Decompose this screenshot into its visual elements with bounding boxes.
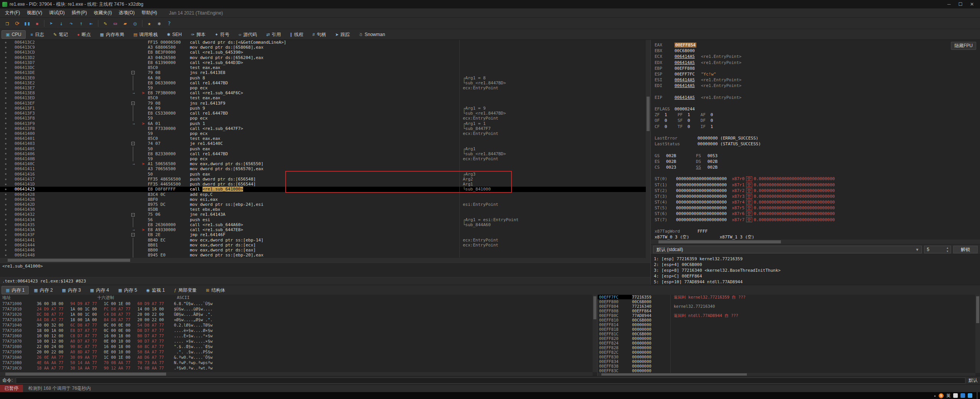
breakpoint-dot[interactable]: [0, 166, 11, 171]
flag-value[interactable]: 0: [665, 124, 678, 130]
menu-item[interactable]: 帮助(H): [138, 9, 161, 17]
search-icon[interactable]: ◎: [131, 19, 140, 28]
tray-icon[interactable]: [960, 393, 965, 398]
register-value[interactable]: 00000244: [675, 107, 695, 112]
register-value[interactable]: 006414A5: [675, 77, 695, 82]
dump-row[interactable]: 77A7100036 00 38 0094 D9 A7 771C 00 1E 0…: [0, 301, 597, 306]
disasm-row[interactable]: 0064140B59pop ecxecx:EntryPoint: [0, 156, 646, 161]
hide-fpu-button[interactable]: 隐藏FPU: [951, 42, 976, 50]
tab-跟踪[interactable]: ➤跟踪: [331, 30, 354, 39]
snagit-tray-icon[interactable]: S: [939, 393, 944, 398]
disasm-row[interactable]: 0064140550push eax┌Arg1: [0, 146, 646, 151]
breakpoint-dot[interactable]: [0, 172, 11, 177]
jump-collapse-box[interactable]: −: [131, 142, 135, 145]
breakpoint-dot[interactable]: [0, 202, 11, 207]
stack-row[interactable]: 00EFF82800000000: [598, 345, 980, 350]
minimize-button[interactable]: ─: [943, 2, 955, 7]
disasm-row[interactable]: 0064142D8975 DCmov dword ptr ss:[ebp-24]…: [0, 202, 646, 207]
breakpoint-dot[interactable]: [0, 161, 11, 166]
stack-row[interactable]: 00EFF80800EFF864: [598, 309, 980, 313]
disasm-row[interactable]: 006413D7E8 61390000call <re1.sub_644D3D>: [0, 60, 646, 65]
run-icon[interactable]: ➤: [47, 19, 56, 28]
jump-collapse-box[interactable]: −: [131, 233, 135, 236]
tab-笔记[interactable]: ✎笔记: [49, 30, 72, 39]
register-value[interactable]: 006414A5: [675, 95, 695, 100]
dump-row[interactable]: 77A71020DC D8 A7 771A 00 1C 00C4 D8 A7 7…: [0, 312, 597, 317]
register-value[interactable]: 00000000000000000000: [676, 176, 727, 181]
disasm-row[interactable]: 00641423E8 D8F8FFFFcall <re1.sub_641000>…: [0, 187, 646, 192]
stack-row[interactable]: 00EFF81400000000: [598, 322, 980, 327]
breakpoint-dot[interactable]: [0, 207, 11, 212]
tab-引用[interactable]: ⇄引用: [262, 30, 285, 39]
breakpoint-dot[interactable]: [0, 248, 11, 253]
breakpoint-dot[interactable]: [0, 141, 11, 146]
breakpoint-dot[interactable]: [0, 232, 11, 237]
tab-线程[interactable]: ∥线程: [286, 30, 308, 39]
disasm-row[interactable]: 006413DC85C0test eax,eax: [0, 65, 646, 70]
dump-row[interactable]: 77A7107010 00 12 00A0 D7 A7 770E 00 10 0…: [0, 338, 597, 344]
disasm-row[interactable]: 0064140C→>A1 50656500mov eax,dword ptr d…: [0, 161, 646, 166]
restart-icon[interactable]: ⟳: [13, 19, 22, 28]
disasm-row[interactable]: 006413DE−79 08jns re1.6413E8: [0, 70, 646, 75]
breakpoint-dot[interactable]: [0, 90, 11, 95]
breakpoint-dot[interactable]: [0, 70, 11, 75]
disasm-row[interactable]: 0064140059pop ecxecx:EntryPoint: [0, 131, 646, 136]
register-value[interactable]: 00000000000000000000: [676, 217, 727, 222]
jump-collapse-box[interactable]: −: [131, 71, 135, 74]
register-value[interactable]: 00EFF7FC: [675, 72, 695, 77]
register-value[interactable]: 00000000000000000000: [676, 200, 727, 205]
disasm-row[interactable]: 0064141DFF35 44656500push dword ptr ds:[…: [0, 182, 646, 187]
breakpoint-dot[interactable]: [0, 222, 11, 227]
stop-icon[interactable]: ▪: [33, 19, 42, 28]
register-value[interactable]: 006414A5: [675, 83, 695, 88]
breakpoint-dot[interactable]: [0, 106, 11, 111]
tray-expand-icon[interactable]: ▴: [934, 394, 936, 397]
stack-row[interactable]: 00EFF80000C6B000: [598, 299, 980, 304]
breakpoint-dot[interactable]: [0, 177, 11, 182]
breakpoint-dot[interactable]: [0, 50, 11, 55]
help-icon[interactable]: ?: [165, 19, 174, 28]
tray-icon[interactable]: [968, 393, 972, 398]
dump-row[interactable]: 77A7104030 00 32 006C D8 A7 770C 00 0E 0…: [0, 322, 597, 328]
pause-icon[interactable]: ▮▮: [23, 19, 32, 28]
disasm-row[interactable]: 0064143085DBtest ebx,ebx: [0, 207, 646, 212]
dump-row[interactable]: 77A710C018 AA A7 7730 1A AA 7790 12 AA 7…: [0, 365, 597, 371]
stack-row[interactable]: 00EFF7FC77216359返回到 kernel32.77216359 自 …: [598, 295, 980, 299]
segment-value[interactable]: 0023: [666, 164, 696, 170]
tab-内存 1[interactable]: ▦内存 1: [2, 286, 29, 294]
menu-item[interactable]: 插件(P): [68, 9, 90, 17]
flag-value[interactable]: 0: [710, 118, 724, 123]
breakpoint-dot[interactable]: [0, 192, 11, 197]
tab-Snowman[interactable]: ☃Snowman: [355, 30, 389, 39]
tray-icon[interactable]: [953, 393, 958, 398]
registers-horizontal-scrollbar[interactable]: [651, 240, 980, 244]
stack-row[interactable]: 00EFF83000000000: [598, 355, 980, 359]
input-language-indicator[interactable]: 英: [946, 393, 951, 399]
segment-value[interactable]: 0053: [707, 153, 737, 159]
maximize-button[interactable]: ☐: [955, 2, 966, 7]
stack-argument-row[interactable]: 5: [esp+10] 77AD8944 ntdll.77AD8944: [654, 279, 977, 285]
disasm-row[interactable]: 006413F16A 09push 9┌Arg1 = 9: [0, 106, 646, 111]
jump-collapse-box[interactable]: −: [131, 102, 135, 105]
breakpoint-dot[interactable]: [0, 60, 11, 65]
disasm-row[interactable]: 006413E2E8 D6330000call re1.6447BD└sub_<…: [0, 80, 646, 85]
flag-value[interactable]: 1: [688, 112, 701, 118]
settings-icon[interactable]: ✱: [155, 19, 164, 28]
dump-vertical-scrollbar[interactable]: [593, 295, 597, 372]
stack-row[interactable]: 00EFF82400000000: [598, 341, 980, 345]
breakpoint-dot[interactable]: [0, 121, 11, 126]
disasm-row[interactable]: 006414418B4D ECmov ecx,dword ptr ss:[ebp…: [0, 238, 646, 243]
disasm-row[interactable]: 0064140185C0test eax,eax: [0, 136, 646, 141]
open-file-icon[interactable]: ❒: [3, 19, 12, 28]
stack-argument-row[interactable]: 2: [esp+4] 00C6B000: [654, 262, 977, 268]
disasm-row[interactable]: 006413ED85C0test eax,eax: [0, 95, 646, 100]
breakpoint-dot[interactable]: [0, 212, 11, 217]
stack-argument-row[interactable]: 3: [esp+8] 77216340 <kernel32.BaseThread…: [654, 268, 977, 273]
disasm-row[interactable]: 0064143A→>E8 A9330000call <re1.sub_6447E…: [0, 227, 646, 232]
disasm-row[interactable]: 006413C9A3 68806500mov dword ptr ds:[658…: [0, 45, 646, 50]
close-button[interactable]: ✕: [966, 2, 978, 7]
register-value[interactable]: 00EFF854: [675, 43, 696, 48]
register-value[interactable]: FFFF: [697, 229, 708, 234]
breakpoint-dot[interactable]: [0, 146, 11, 151]
favorites-icon[interactable]: ★: [145, 19, 154, 28]
